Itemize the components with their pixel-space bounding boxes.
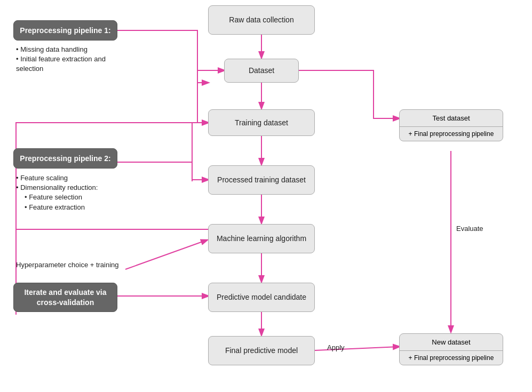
test-dataset-label: Test dataset [400,110,503,127]
pp1-bullets: Missing data handling Initial feature ex… [16,45,117,74]
evaluate-label: Evaluate [456,224,483,234]
pp2-box: Preprocessing pipeline 2: [13,148,117,169]
new-dataset-label: New dataset [400,334,503,351]
ml-algo-box: Machine learning algorithm [208,224,315,253]
pp2-bullets: Feature scaling Dimensionality reduction… [16,173,117,212]
new-dataset-box: New dataset + Final preprocessing pipeli… [399,333,503,365]
test-pipeline-label: + Final preprocessing pipeline [400,127,503,141]
iterate-box: Iterate and evaluate via cross-validatio… [13,283,117,312]
test-dataset-box: Test dataset + Final preprocessing pipel… [399,109,503,141]
final-model-box: Final predictive model [208,336,315,365]
apply-label: Apply [327,343,345,353]
pp1-box: Preprocessing pipeline 1: [13,20,117,41]
raw-data-box: Raw data collection [208,5,315,35]
new-pipeline-label: + Final preprocessing pipeline [400,351,503,365]
predictive-model-box: Predictive model candidate [208,283,315,312]
diagram-container: Raw data collection Dataset Training dat… [0,0,532,392]
dataset-box: Dataset [224,59,299,83]
training-dataset-box: Training dataset [208,109,315,136]
processed-dataset-box: Processed training dataset [208,165,315,195]
svg-line-14 [125,240,207,269]
hyperparameter-label: Hyperparameter choice + training [16,260,123,270]
